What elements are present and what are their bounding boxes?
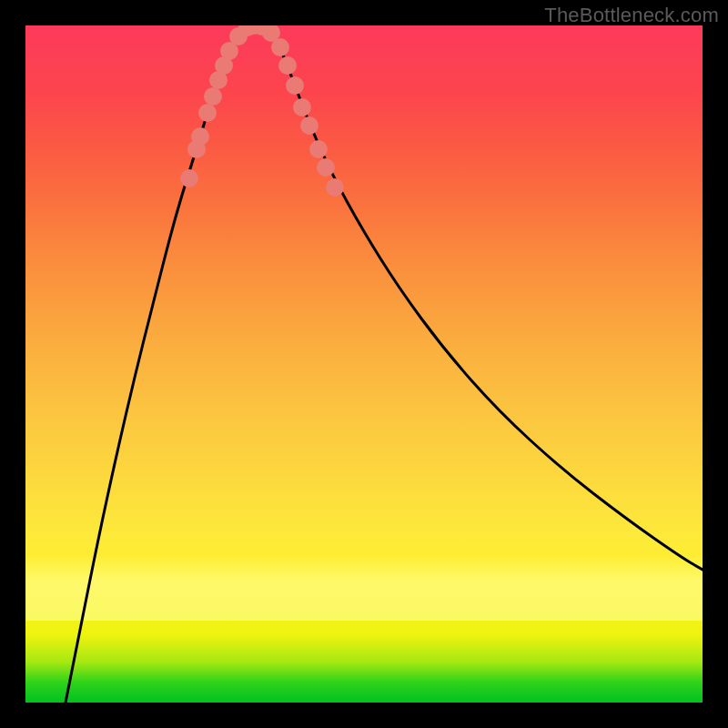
plot-gradient-background [25,25,703,703]
chart-frame [25,25,703,703]
watermark-text: TheBottleneck.com [544,4,719,27]
